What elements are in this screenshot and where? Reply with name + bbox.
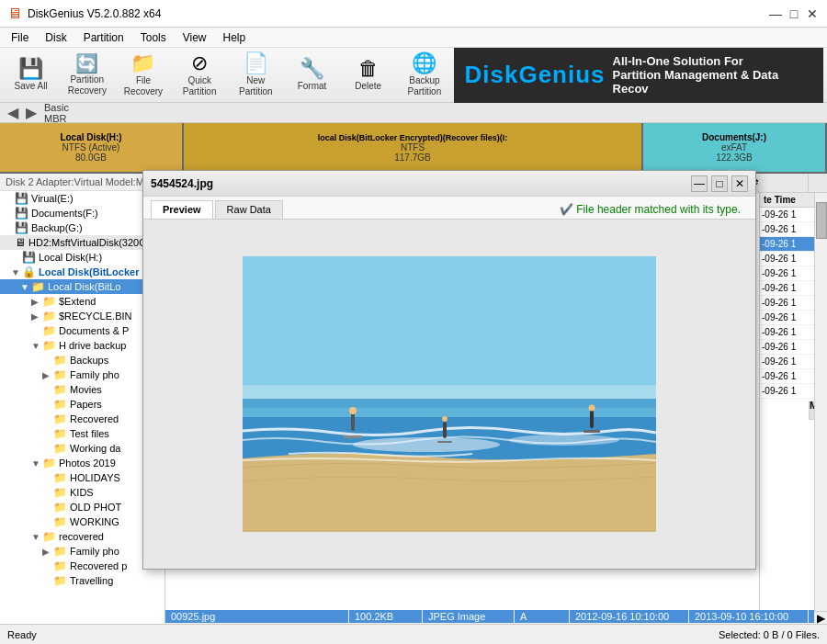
partition-i-sublabel: NTFS: [401, 142, 425, 153]
tree-item-h-drive[interactable]: ▼ 📁 H drive backup: [0, 338, 164, 353]
tab-preview[interactable]: Preview: [151, 200, 213, 219]
backup-partition-label: Backup Partition: [400, 75, 448, 97]
tree-item-recovered-p[interactable]: 📁 Recovered p: [0, 559, 164, 573]
app-icon: 🖥: [7, 6, 22, 22]
file-type: JPEG Image: [423, 610, 515, 611]
svg-rect-15: [583, 430, 600, 433]
basic-mbr-label: BasicMBR: [44, 102, 69, 124]
toolbar: 💾 Save All 🔄 Partition Recovery 📁 File R…: [0, 48, 827, 103]
status-left: Ready: [7, 629, 37, 640]
nav-back-button[interactable]: ◀: [7, 104, 18, 121]
time-entry-6: -09-26 1: [760, 296, 814, 311]
new-partition-button[interactable]: 📄 New Partition: [229, 51, 283, 100]
tree-item-documents-p[interactable]: 📁 Documents & P: [0, 323, 164, 338]
time-entry-2: -09-26 1: [760, 237, 814, 252]
partition-j-label: Documents(J:): [702, 132, 766, 142]
preview-close-button[interactable]: ✕: [731, 175, 748, 192]
tree-item-recovered-lower[interactable]: ▼ 📁 recovered: [0, 529, 164, 544]
preview-title: 5454524.jpg: [151, 177, 213, 190]
preview-image-area: [143, 220, 755, 569]
brand-name: DiskGenius: [465, 61, 606, 89]
tree-item-documents-f[interactable]: 💾 Documents(F:): [0, 206, 164, 220]
file-recovery-label: File Recovery: [119, 75, 167, 97]
new-partition-icon: 📄: [244, 53, 268, 73]
format-button[interactable]: 🔧 Format: [285, 51, 339, 100]
menu-help[interactable]: Help: [216, 29, 254, 46]
tree-item-backups[interactable]: 📁 Backups: [0, 353, 164, 367]
quick-partition-button[interactable]: ⊘ Quick Partition: [173, 51, 227, 100]
partition-h[interactable]: Local Disk(H:) NTFS (Active) 80.0GB: [0, 123, 184, 172]
file-attr: A: [515, 610, 570, 611]
tree-item-family-pho2[interactable]: ▶ 📁 Family pho: [0, 544, 164, 559]
partition-j[interactable]: Documents(J:) exFAT 122.3GB: [643, 123, 827, 172]
tree-item-old-photos[interactable]: 📁 OLD PHOT: [0, 500, 164, 514]
preview-maximize-button[interactable]: □: [711, 175, 728, 192]
title-controls[interactable]: — □ ✕: [768, 6, 820, 21]
partition-i[interactable]: local Disk(BitLocker Encrypted)(Recover …: [184, 123, 643, 172]
partition-recovery-button[interactable]: 🔄 Partition Recovery: [60, 51, 114, 100]
brand-tagline-2: Partition Management & Data Recov: [613, 68, 812, 96]
backup-partition-button[interactable]: 🌐 Backup Partition: [397, 51, 451, 100]
hscroll-right-arrow[interactable]: ▶: [815, 612, 827, 625]
menu-disk[interactable]: Disk: [38, 29, 74, 46]
time-entry-5: -09-26 1: [760, 281, 814, 296]
quick-partition-label: Quick Partition: [176, 75, 224, 97]
tab-raw-data[interactable]: Raw Data: [215, 200, 283, 219]
file-recovery-button[interactable]: 📁 File Recovery: [116, 51, 170, 100]
svg-point-11: [442, 416, 447, 422]
tree-item-recovered[interactable]: 📁 Recovered: [0, 412, 164, 426]
partition-j-size: 122.3GB: [716, 153, 752, 163]
menu-view[interactable]: View: [176, 29, 214, 46]
format-label: Format: [298, 81, 327, 92]
maximize-button[interactable]: □: [787, 6, 801, 21]
menu-tools[interactable]: Tools: [133, 29, 174, 46]
close-button[interactable]: ✕: [805, 6, 820, 21]
partition-i-label: local Disk(BitLocker Encrypted)(Recover …: [318, 133, 508, 142]
tree-item-working2[interactable]: 📁 WORKING: [0, 514, 164, 529]
scrollbar-thumb[interactable]: [816, 202, 827, 239]
time-entry-10: -09-26 1: [760, 355, 814, 369]
partition-h-label: Local Disk(H:): [60, 132, 121, 142]
new-partition-label: New Partition: [232, 75, 280, 97]
partition-i-size: 117.7GB: [394, 153, 430, 163]
delete-button[interactable]: 🗑 Delete: [341, 51, 395, 100]
tree-item-kids[interactable]: 📁 KIDS: [0, 485, 164, 500]
tree-item-virtual-e[interactable]: 💾 Virual(E:): [0, 191, 164, 206]
tree-item-local-bitlo[interactable]: ▼ 📁 Local Disk(BitLo: [0, 279, 164, 294]
partition-j-sublabel: exFAT: [721, 142, 747, 153]
svg-point-5: [353, 437, 500, 452]
beach-image: [243, 256, 656, 532]
title-left: 🖥 DiskGenius V5.2.0.882 x64: [7, 6, 161, 22]
menu-file[interactable]: File: [4, 29, 36, 46]
tree-item-recycle[interactable]: ▶ 📁 $RECYCLE.BIN: [0, 309, 164, 323]
minimize-button[interactable]: —: [768, 6, 783, 21]
save-all-button[interactable]: 💾 Save All: [4, 51, 58, 100]
tree-item-movies[interactable]: 📁 Movies: [0, 382, 164, 397]
svg-rect-7: [351, 412, 355, 431]
tree-item-family-pho[interactable]: ▶ 📁 Family pho: [0, 367, 164, 382]
tree-item-local-h[interactable]: 💾 Local Disk(H:): [0, 250, 164, 265]
tree-item-papers[interactable]: 📁 Papers: [0, 397, 164, 412]
file-created: 2013-09-10 16:10:00: [689, 610, 809, 611]
tree-item-bitlocker[interactable]: ▼ 🔒 Local Disk(BitLocker E: [0, 265, 164, 279]
tree-item-backup-g[interactable]: 💾 Backup(G:): [0, 220, 164, 235]
tree-item-photos2019[interactable]: ▼ 📁 Photos 2019: [0, 456, 164, 470]
brand-tagline-1: All-In-One Solution For: [613, 54, 812, 68]
tree-item-holidays[interactable]: 📁 HOLIDAYS: [0, 470, 164, 485]
tree-item-extend[interactable]: ▶ 📁 $Extend: [0, 294, 164, 309]
tree-item-travelling[interactable]: 📁 Travelling: [0, 573, 164, 588]
file-row-highlighted[interactable]: 00925.jpg 100.2KB JPEG Image A 2012-09-1…: [165, 610, 814, 611]
tree-item-test-files[interactable]: 📁 Test files: [0, 426, 164, 441]
svg-rect-9: [344, 435, 362, 438]
nav-forward-button[interactable]: ▶: [26, 104, 37, 121]
vertical-scrollbar[interactable]: [814, 193, 827, 611]
preview-controls[interactable]: — □ ✕: [691, 175, 748, 192]
time-entry-11: -09-26 1: [760, 369, 814, 384]
time-entry-1: -09-26 1: [760, 222, 814, 237]
menu-partition[interactable]: Partition: [76, 29, 131, 46]
svg-rect-13: [590, 410, 594, 428]
preview-minimize-button[interactable]: —: [691, 175, 708, 192]
tree-item-hd2[interactable]: 🖥 HD2:MsftVirtualDisk(320G: [0, 235, 164, 250]
time-entry-0: -09-26 1: [760, 208, 814, 222]
tree-item-working[interactable]: 📁 Working da: [0, 441, 164, 456]
